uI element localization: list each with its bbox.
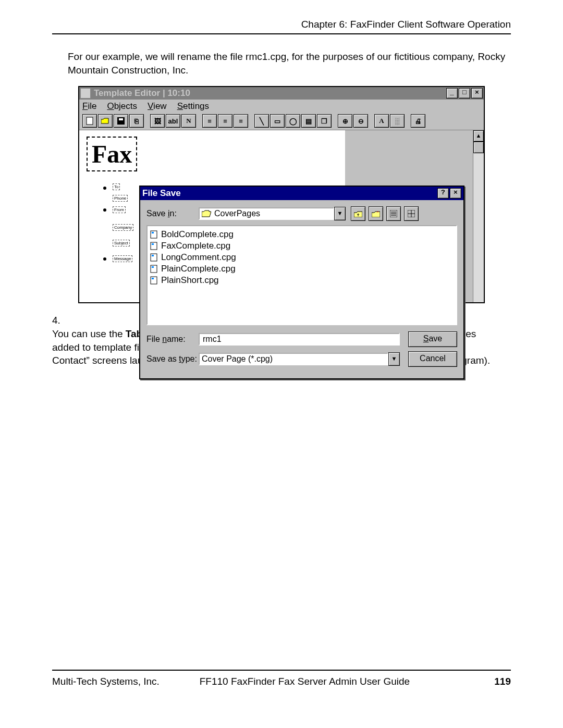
- ellipse-tool-icon[interactable]: ◯: [286, 114, 300, 128]
- titlebar: Template Editor | 10:10 _ □ ×: [79, 87, 484, 100]
- filename-label: File name:: [146, 335, 199, 344]
- template-editor-window: Template Editor | 10:10 _ □ × File Objec…: [78, 86, 485, 303]
- edit-box-icon[interactable]: N: [181, 114, 196, 128]
- svg-marker-6: [372, 212, 380, 217]
- svg-rect-22: [152, 266, 154, 268]
- dropdown-icon[interactable]: ▼: [388, 352, 400, 366]
- maximize-button[interactable]: □: [459, 88, 470, 98]
- list-item[interactable]: LongComment.cpg: [150, 252, 454, 263]
- close-button[interactable]: ×: [471, 88, 483, 98]
- menu-settings[interactable]: Settings: [177, 101, 209, 112]
- list-item[interactable]: FaxComplete.cpg: [150, 241, 454, 251]
- menu-objects[interactable]: Objects: [107, 101, 137, 112]
- svg-rect-20: [152, 255, 154, 256]
- cpg-file-icon: [150, 265, 158, 273]
- window-title: Template Editor | 10:10: [94, 88, 190, 98]
- new-icon[interactable]: [82, 114, 97, 128]
- file-list[interactable]: BoldComplete.cpg FaxComplete.cpg LongCom…: [146, 225, 457, 325]
- page-footer: Multi-Tech Systems, Inc. FF110 FaxFinder…: [52, 676, 511, 687]
- menu-file[interactable]: File: [82, 101, 96, 112]
- svg-rect-3: [119, 118, 123, 120]
- save-in-label: Save in:: [146, 209, 199, 218]
- footer-company: Multi-Tech Systems, Inc.: [52, 676, 200, 687]
- save-as-type-combo[interactable]: Cover Page (*.cpg): [199, 353, 388, 365]
- zoom-in-icon[interactable]: ⊕: [338, 114, 352, 128]
- vertical-scrollbar[interactable]: ▲: [473, 130, 484, 302]
- system-menu-icon[interactable]: [80, 88, 91, 98]
- field-from[interactable]: From: [113, 206, 126, 213]
- save-as-type-label: Save as type:: [146, 354, 199, 364]
- dialog-titlebar: File Save ? ×: [140, 187, 463, 200]
- up-one-level-icon[interactable]: [351, 206, 365, 221]
- rect-tool-icon[interactable]: ▭: [270, 114, 285, 128]
- open-icon[interactable]: [98, 114, 113, 128]
- svg-marker-1: [101, 118, 108, 124]
- save-as-type-value: Cover Page (*.cpg): [202, 354, 385, 364]
- align-center-icon[interactable]: ≡: [218, 114, 232, 128]
- svg-rect-0: [87, 117, 93, 125]
- intro-paragraph: For our example, we will rename the file…: [68, 50, 511, 77]
- svg-marker-4: [202, 211, 211, 217]
- detail-view-icon[interactable]: [404, 206, 419, 221]
- field-phone[interactable]: Phone: [113, 195, 128, 202]
- scroll-up-icon[interactable]: ▲: [473, 130, 484, 142]
- list-view-icon[interactable]: [386, 206, 401, 221]
- minimize-button[interactable]: _: [446, 88, 458, 98]
- list-item[interactable]: PlainComplete.cpg: [150, 264, 454, 274]
- save-in-value: CoverPages: [214, 209, 260, 218]
- cpg-file-icon: [150, 242, 158, 250]
- print-icon[interactable]: 🖨: [411, 114, 425, 128]
- align-right-icon[interactable]: ≡: [234, 114, 248, 128]
- help-button[interactable]: ?: [437, 188, 449, 199]
- cpg-file-icon: [150, 230, 158, 239]
- svg-rect-16: [152, 232, 154, 233]
- field-subject[interactable]: Subject: [113, 240, 130, 246]
- align-left-icon[interactable]: ≡: [202, 114, 217, 128]
- insert-image-icon[interactable]: 🖼: [150, 114, 165, 128]
- zoom-out-icon[interactable]: ⊖: [353, 114, 368, 128]
- line-tool-icon[interactable]: ╲: [254, 114, 269, 128]
- cpg-file-icon: [150, 276, 158, 285]
- menu-view[interactable]: View: [148, 101, 167, 112]
- svg-rect-24: [152, 278, 154, 279]
- fax-label-object[interactable]: Fax: [87, 137, 137, 171]
- save-in-combo[interactable]: CoverPages: [199, 207, 334, 220]
- cancel-button[interactable]: Cancel: [408, 351, 457, 367]
- text-tool-icon[interactable]: abl: [166, 114, 180, 128]
- save-icon[interactable]: [114, 114, 128, 128]
- field-company[interactable]: Company: [113, 224, 133, 231]
- toolbar: ⎘ 🖼 abl N ≡ ≡ ≡ ╲ ▭ ◯ ▤ ❐ ⊕ ⊖ A ░ 🖨: [79, 113, 484, 130]
- list-item[interactable]: BoldComplete.cpg: [150, 229, 454, 240]
- dialog-title: File Save: [142, 188, 181, 199]
- bullet-icon: [103, 187, 106, 190]
- dialog-close-button[interactable]: ×: [450, 188, 461, 199]
- new-folder-icon[interactable]: *: [369, 206, 383, 221]
- list-item[interactable]: PlainShort.cpg: [150, 275, 454, 286]
- svg-rect-18: [152, 243, 154, 245]
- scroll-thumb[interactable]: [473, 142, 484, 153]
- field-to[interactable]: To: [113, 183, 120, 190]
- menubar: File Objects View Settings: [79, 100, 484, 113]
- footer-page-number: 119: [494, 676, 511, 687]
- field-message[interactable]: Message: [113, 255, 132, 262]
- exit-icon[interactable]: ⎘: [129, 114, 144, 128]
- bullet-icon: [103, 208, 106, 212]
- step-number: 4.: [52, 314, 68, 327]
- footer-doc-title: FF110 FaxFinder Fax Server Admin User Gu…: [200, 676, 495, 687]
- save-button[interactable]: Save: [408, 331, 457, 347]
- chapter-header: Chapter 6: FaxFinder Client Software Ope…: [52, 19, 511, 34]
- svg-text:*: *: [377, 210, 378, 215]
- bullet-icon: [103, 257, 106, 261]
- fill-tool-icon[interactable]: ▤: [301, 114, 316, 128]
- copy-tool-icon[interactable]: ❐: [317, 114, 332, 128]
- cpg-file-icon: [150, 253, 158, 262]
- grid-tool-icon[interactable]: ░: [390, 114, 405, 128]
- file-save-dialog: File Save ? × Save in: CoverPag: [139, 186, 464, 379]
- dropdown-icon[interactable]: ▼: [334, 207, 346, 220]
- folder-open-icon: [202, 210, 211, 217]
- font-tool-icon[interactable]: A: [374, 114, 389, 128]
- filename-input[interactable]: [202, 335, 397, 343]
